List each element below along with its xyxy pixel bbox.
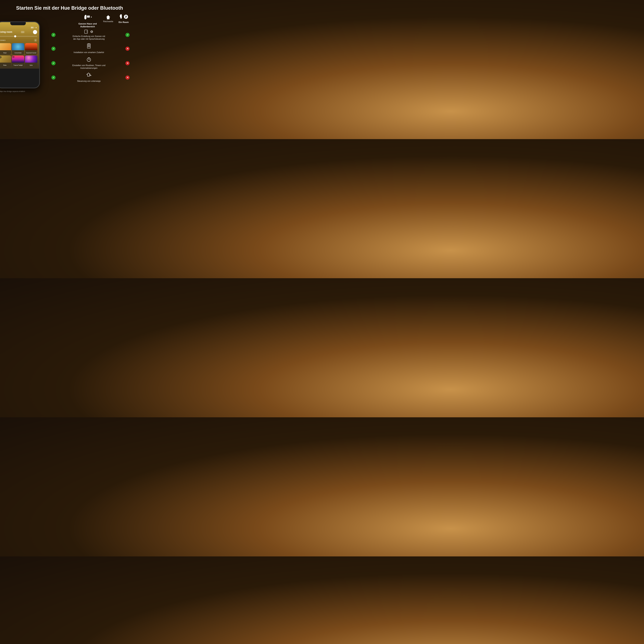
phone-section: ▌▌▌ ∿ ▮ Living room (0, 21, 48, 92)
cross-icon-accessory-right: ✕ (125, 47, 130, 51)
scene-card-tropical[interactable]: ••• Tropical Twilight (12, 56, 24, 67)
check-icon-scenes-right: ✓ (125, 33, 130, 37)
bridge-icon-group: * (83, 14, 92, 21)
scene-card-concentrate[interactable]: Concentrate (12, 43, 24, 55)
check-icon-scenes-left: ✓ (51, 33, 56, 37)
brightness-thumb (14, 35, 16, 37)
svg-marker-7 (106, 15, 110, 19)
bridge-column-header: * Ganzes Haus und Außenbereich (72, 14, 103, 28)
svg-point-4 (88, 16, 89, 16)
phone-notch (10, 22, 26, 25)
bluetooth-icon-group (119, 14, 128, 20)
check-right-remote: ✕ (121, 75, 134, 80)
range-label: Reichweite (103, 20, 113, 23)
feature-row-remote: ✓ Steuerung von unterwegs ✕ (50, 73, 134, 83)
check-right-routines: ✕ (121, 61, 134, 65)
accessory-icon-area (87, 43, 91, 50)
check-icon-routines-left: ✓ (51, 61, 56, 65)
feature-text-remote: Steuerung von unterwegs (77, 80, 101, 83)
wifi-icon: ∿ (34, 27, 35, 28)
scene-card-relax[interactable]: ✏ Relax (0, 56, 11, 67)
phone-screen: ▌▌▌ ∿ ▮ Living room (0, 22, 39, 69)
check-right-scenes: ✓ (121, 33, 134, 37)
timer-icon-area (86, 57, 91, 63)
bt-col-title: Ein Raum (119, 21, 129, 24)
battery-icon: ▮ (36, 27, 37, 28)
brightness-slider[interactable] (0, 36, 37, 37)
clock-icon (86, 57, 91, 62)
scene-name-tropical: Tropical Twilight (13, 65, 23, 66)
scene-visual-soho (25, 56, 37, 63)
house-icon (106, 15, 111, 20)
feature-text-scenes: Einfache Erstellung von Szenen mit der A… (72, 35, 106, 40)
check-left-remote: ✓ (50, 75, 57, 80)
scene-name-soho: Soho (30, 65, 33, 66)
svg-rect-0 (85, 19, 86, 19)
scene-visual-concentrate (12, 43, 24, 50)
feature-row-routines: ✓ Einstellen von Routinen, Timern und Au… (50, 57, 134, 70)
scenes-grid: Read Concentrate Savannah Sunset ✏ Relax (0, 43, 38, 67)
scene-visual-savannah (25, 43, 37, 50)
svg-point-5 (89, 16, 90, 16)
features-list: ✓ Einfache E (50, 29, 134, 83)
bluetooth-bulb-icon (119, 14, 123, 20)
add-scene-button[interactable]: + (34, 39, 37, 42)
svg-rect-8 (120, 18, 122, 19)
nfc-icons (84, 29, 94, 34)
asterisk-label: * (91, 16, 92, 19)
check-icon-remote-left: ✓ (51, 75, 56, 80)
check-left-routines: ✓ (50, 61, 57, 65)
svg-rect-12 (88, 44, 90, 45)
feature-content-remote: Steuerung von unterwegs (57, 73, 121, 83)
scene-card-savannah[interactable]: Savannah Sunset (25, 43, 37, 55)
bluetooth-icon (124, 14, 128, 19)
signal-icon: ▌▌▌ (31, 27, 34, 28)
page-title: Starten Sie mit der Hue Bridge oder Blue… (8, 5, 131, 11)
svg-point-3 (88, 16, 88, 16)
feature-row-accessory: ✓ Installation von smartem Zubehör (50, 43, 134, 54)
phone-room-header: Living room (0, 29, 38, 35)
room-title: Living room (0, 31, 12, 33)
dots-button[interactable] (21, 31, 25, 33)
svg-point-9 (124, 15, 128, 19)
voice-icon (89, 29, 94, 34)
scene-card-soho[interactable]: Soho (25, 56, 37, 67)
scene-visual-read (0, 43, 11, 50)
scene-visual-relax (0, 56, 11, 63)
scenes-header: SCENES + (0, 38, 38, 42)
bluetooth-column-header: Ein Raum (113, 14, 134, 24)
feature-content-scenes: Einfache Erstellung von Szenen mit der A… (57, 29, 121, 40)
check-left-accessory: ✓ (50, 47, 57, 51)
svg-rect-14 (88, 46, 90, 47)
svg-rect-13 (88, 45, 90, 46)
scene-more-badge: ••• (12, 56, 14, 58)
check-right-accessory: ✕ (121, 47, 134, 51)
bridge-bulb-icon (83, 14, 90, 21)
svg-rect-15 (88, 43, 89, 44)
accessory-icon (87, 43, 91, 49)
scene-name-savannah: Savannah Sunset (26, 52, 36, 54)
nfc-phone-icon (84, 29, 88, 34)
scene-name-relax: Relax (3, 65, 7, 66)
feature-row-scenes: ✓ Einfache E (50, 29, 134, 40)
phone-mockup: ▌▌▌ ∿ ▮ Living room (0, 21, 40, 88)
svg-rect-6 (87, 16, 89, 17)
feature-content-routines: Einstellen von Routinen, Timern und Auto… (57, 57, 121, 70)
feature-text-routines: Einstellen von Routinen, Timern und Auto… (72, 64, 106, 70)
check-icon-accessory-left: ✓ (51, 47, 56, 51)
cross-icon-remote-right: ✕ (125, 75, 130, 80)
range-column-header: Reichweite (103, 14, 113, 23)
check-left-scenes: ✓ (50, 33, 57, 37)
feature-text-accessory: Installation von smartem Zubehör (74, 51, 104, 54)
page-header: Starten Sie mit der Hue Bridge oder Blue… (0, 0, 139, 14)
cross-icon-routines-right: ✕ (125, 61, 130, 65)
toggle-button[interactable] (33, 30, 37, 34)
scene-card-read[interactable]: Read (0, 43, 11, 55)
feature-content-accessory: Installation von smartem Zubehör (57, 43, 121, 54)
scene-name-read: Read (3, 52, 6, 54)
comparison-section: * Ganzes Haus und Außenbereich Reichweit… (48, 14, 139, 92)
phone-status-bar: ▌▌▌ ∿ ▮ (0, 27, 38, 29)
main-layout: ▌▌▌ ∿ ▮ Living room (0, 14, 139, 92)
col-headers-top: * Ganzes Haus und Außenbereich Reichweit… (50, 14, 134, 28)
phone-note: *Philips Hue Bridge separat erhältlich (0, 90, 48, 92)
